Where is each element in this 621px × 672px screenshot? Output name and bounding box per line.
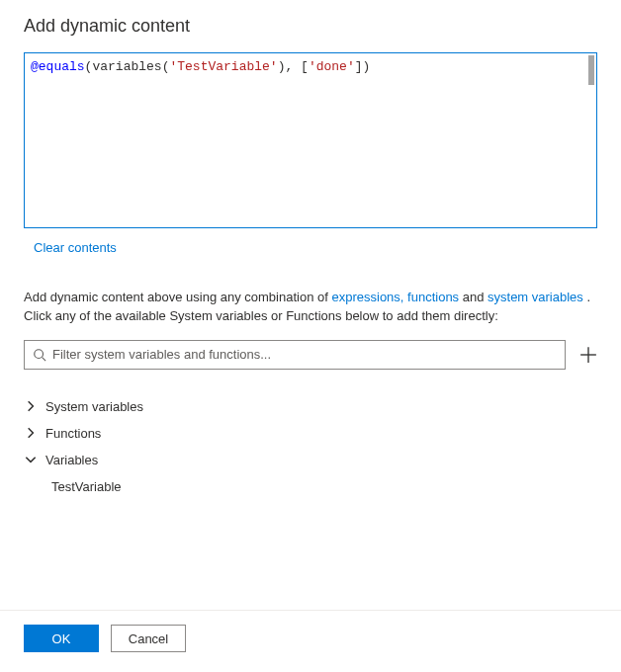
chevron-right-icon <box>24 426 38 440</box>
chevron-down-icon <box>24 453 38 466</box>
svg-line-1 <box>43 357 46 361</box>
tree-group-label: Variables <box>45 453 98 467</box>
help-prefix: Add dynamic content above using any comb… <box>24 290 331 304</box>
expression-editor[interactable]: @equals(variables('TestVariable'), ['don… <box>24 52 597 228</box>
tree-group-label: System variables <box>45 399 143 414</box>
help-suffix1: . <box>583 290 590 304</box>
filter-box[interactable] <box>24 340 566 370</box>
svg-point-0 <box>35 349 44 358</box>
help-mid: and <box>459 290 488 304</box>
tree-group-variables[interactable]: Variables <box>24 447 597 473</box>
ok-button[interactable]: OK <box>24 625 99 652</box>
tree-group-label: Functions <box>45 426 101 441</box>
help-line2: Click any of the available System variab… <box>24 308 498 323</box>
panel-title: Add dynamic content <box>24 16 597 37</box>
help-text: Add dynamic content above using any comb… <box>24 289 597 326</box>
expressions-functions-link[interactable]: expressions, functions <box>331 290 459 304</box>
clear-contents-link[interactable]: Clear contents <box>34 240 117 255</box>
search-icon <box>33 348 46 362</box>
add-button[interactable] <box>579 346 597 364</box>
system-variables-link[interactable]: system variables <box>488 290 583 304</box>
variables-tree: System variablesFunctionsVariablesTestVa… <box>24 393 597 500</box>
footer: OK Cancel <box>0 610 621 672</box>
chevron-right-icon <box>24 399 38 413</box>
tree-group-functions[interactable]: Functions <box>24 420 597 447</box>
tree-group-system-variables[interactable]: System variables <box>24 393 597 420</box>
tree-item[interactable]: TestVariable <box>24 473 597 500</box>
expression-text: @equals(variables('TestVariable'), ['don… <box>31 57 590 77</box>
cancel-button[interactable]: Cancel <box>111 625 186 652</box>
editor-scrollbar[interactable] <box>588 55 594 85</box>
filter-input[interactable] <box>52 347 557 362</box>
